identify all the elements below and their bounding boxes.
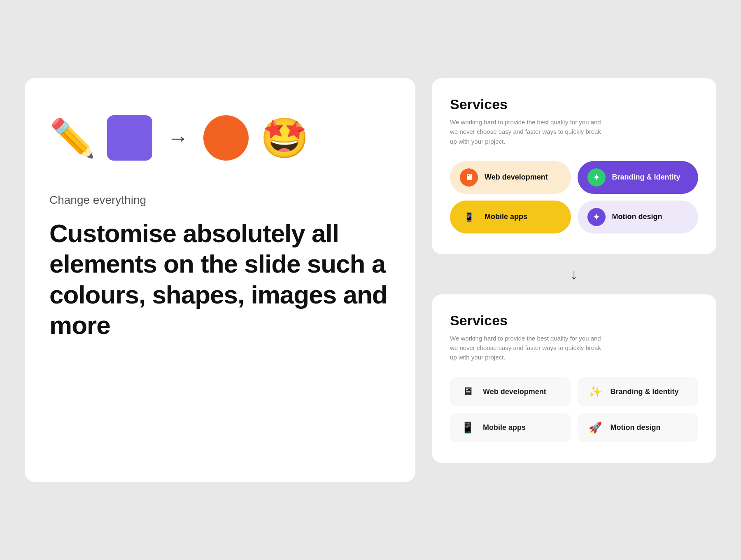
service-label-mobile: Mobile apps (485, 212, 527, 221)
top-services-grid: 🖥 Web development ✦ Branding & Identity … (450, 161, 698, 233)
main-container: ✏️ → 🤩 Change everything Customise absol… (25, 78, 716, 482)
motion-icon: ✦ (587, 208, 606, 226)
bottom-motion-icon: 🚀 (587, 421, 603, 434)
bottom-services-title: Services (450, 313, 698, 329)
service-item-mobile: 📱 Mobile apps (450, 413, 571, 442)
web-dev-icon: 🖥 (460, 168, 478, 187)
service-btn-motion[interactable]: ✦ Motion design (578, 201, 698, 233)
right-panel: Services We working hard to provide the … (432, 78, 716, 463)
arrow-divider: ↓ (432, 262, 716, 286)
change-label: Change everything (49, 194, 391, 207)
service-btn-mobile[interactable]: 📱 Mobile apps (450, 201, 571, 233)
arrow-symbol: → (167, 126, 189, 150)
top-services-card: Services We working hard to provide the … (432, 78, 716, 254)
bottom-services-grid: 🖥 Web development ✨ Branding & Identity … (450, 377, 698, 442)
left-panel: ✏️ → 🤩 Change everything Customise absol… (25, 78, 415, 482)
bottom-services-card: Services We working hard to provide the … (432, 294, 716, 463)
service-btn-web-dev[interactable]: 🖥 Web development (450, 161, 571, 194)
service-label-motion: Motion design (612, 212, 662, 221)
bottom-service-label-web-dev: Web development (483, 387, 546, 396)
main-heading: Customise absolutely all elements on the… (49, 218, 391, 341)
bottom-branding-icon: ✨ (587, 385, 603, 398)
service-label-web-dev: Web development (485, 173, 548, 182)
service-item-web-dev: 🖥 Web development (450, 377, 571, 406)
service-label-branding: Branding & Identity (612, 173, 680, 182)
orange-circle (203, 115, 249, 161)
purple-square (107, 115, 152, 161)
top-services-title: Services (450, 96, 698, 112)
branding-icon: ✦ (587, 168, 606, 187)
bottom-services-desc: We working hard to provide the best qual… (450, 334, 606, 362)
service-btn-branding[interactable]: ✦ Branding & Identity (578, 161, 698, 194)
bottom-service-label-motion: Motion design (611, 423, 661, 432)
pencil-emoji: ✏️ (49, 119, 96, 156)
down-arrow-icon: ↓ (571, 266, 578, 283)
bottom-mobile-icon: 📱 (460, 421, 475, 434)
service-item-motion: 🚀 Motion design (578, 413, 698, 442)
service-item-branding: ✨ Branding & Identity (578, 377, 698, 406)
bottom-web-dev-icon: 🖥 (460, 385, 475, 398)
mobile-icon: 📱 (460, 208, 478, 226)
star-face-emoji: 🤩 (260, 119, 309, 158)
top-services-desc: We working hard to provide the best qual… (450, 117, 606, 146)
emoji-row: ✏️ → 🤩 (49, 115, 391, 161)
bottom-service-label-mobile: Mobile apps (483, 423, 526, 432)
bottom-service-label-branding: Branding & Identity (611, 387, 679, 396)
